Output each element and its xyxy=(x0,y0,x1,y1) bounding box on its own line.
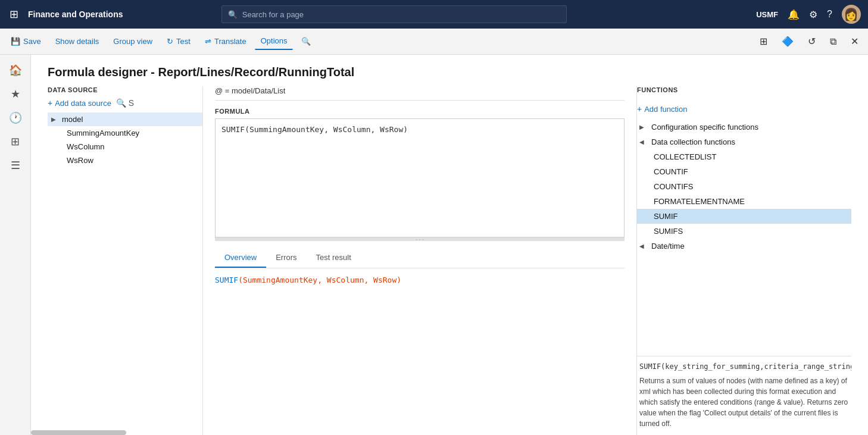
chevron-left-datetime-icon: ◀ xyxy=(639,243,648,249)
fn-item-sumif[interactable]: SUMIF xyxy=(637,209,851,224)
tab-overview[interactable]: Overview xyxy=(215,248,266,268)
panel-datasource: DATA SOURCE + Add data source 🔍 S ▶ mode… xyxy=(48,86,202,435)
fn-desc-text: Returns a sum of values of nodes (with n… xyxy=(639,375,849,429)
translate-icon: ⇌ xyxy=(205,37,211,46)
panel-functions: FUNCTIONS + Add function ▶ Configuration… xyxy=(637,86,851,435)
plus-icon-fn: + xyxy=(637,104,642,114)
bell-icon[interactable]: 🔔 xyxy=(788,9,800,20)
fn-item-countifs[interactable]: COUNTIFS xyxy=(637,179,851,194)
panel-formula: @ = model/Data/List FORMULA SUMIF(Summin… xyxy=(202,86,637,435)
overview-content: SUMIF(SummingAmountKey, WsColumn, WsRow) xyxy=(215,268,625,292)
translate-button[interactable]: ⇌ Translate xyxy=(199,33,252,49)
datasource-section-title: DATA SOURCE xyxy=(48,86,202,93)
top-bar-right: USMF 🔔 ⚙ ? 👩 xyxy=(756,5,861,24)
group-view-button[interactable]: Group view xyxy=(107,33,158,49)
functions-section-title: FUNCTIONS xyxy=(637,86,678,93)
fn-group-config-label: Configuration specific functions xyxy=(651,123,758,132)
page-title: Formula designer - Report/Lines/Record/R… xyxy=(48,65,851,79)
formula-editor[interactable]: SUMIF(SummingAmountKey, WsColumn, WsRow) xyxy=(215,118,625,237)
reload-icon[interactable]: ↺ xyxy=(803,32,820,51)
tab-errors[interactable]: Errors xyxy=(266,248,306,268)
options-button[interactable]: Options xyxy=(255,33,294,50)
toolbar-right: ⊞ 🔷 ↺ ⧉ ✕ xyxy=(755,32,863,51)
resize-handle[interactable]: · · · xyxy=(215,237,625,241)
horizontal-scrollbar[interactable] xyxy=(31,430,126,435)
toolbar: 💾 Save Show details Group view ↻ Test ⇌ … xyxy=(0,29,868,55)
main-area: Formula designer - Report/Lines/Record/R… xyxy=(31,55,868,435)
left-sidebar: 🏠 ★ 🕐 ⊞ ☰ xyxy=(0,55,31,435)
formula-label: FORMULA xyxy=(215,108,625,115)
fn-signature: SUMIF(key_string_for_summing,criteria_ra… xyxy=(639,362,849,371)
datasource-formula-line: @ = model/Data/List xyxy=(215,86,625,101)
tree-item-model[interactable]: ▶ model xyxy=(48,112,202,126)
fn-item-formatelementname[interactable]: FORMATELEMENTNAME xyxy=(637,194,851,209)
tab-test-result[interactable]: Test result xyxy=(307,248,361,268)
datasource-toolbar: + Add data source 🔍 S xyxy=(48,98,202,108)
tree-item-wsrow[interactable]: WsRow xyxy=(48,154,202,167)
save-button[interactable]: 💾 Save xyxy=(5,33,47,49)
org-label: USMF xyxy=(756,10,778,19)
chevron-right-config-icon: ▶ xyxy=(639,124,648,130)
designer-layout: DATA SOURCE + Add data source 🔍 S ▶ mode… xyxy=(31,86,868,435)
functions-header: FUNCTIONS xyxy=(637,86,851,98)
tree-item-summing[interactable]: SummingAmountKey xyxy=(48,126,202,140)
show-details-button[interactable]: Show details xyxy=(49,33,105,49)
settings-icon[interactable]: ⚙ xyxy=(809,9,817,20)
sidebar-item-recent[interactable]: 🕐 xyxy=(5,107,26,129)
tree-item-summing-label: SummingAmountKey xyxy=(67,129,139,137)
tree-item-wsrow-label: WsRow xyxy=(67,156,93,165)
top-bar: ⊞ Finance and Operations 🔍 Search for a … xyxy=(0,0,868,29)
help-icon[interactable]: ? xyxy=(827,9,832,20)
sidebar-item-favorites[interactable]: ★ xyxy=(5,83,26,105)
plus-icon: + xyxy=(48,98,52,108)
puzzle-icon[interactable]: 🔷 xyxy=(777,32,798,51)
fn-description: SUMIF(key_string_for_summing,criteria_ra… xyxy=(637,356,851,435)
external-link-icon[interactable]: ⧉ xyxy=(825,33,841,51)
tree-item-model-label: model xyxy=(62,115,83,124)
fn-group-datetime[interactable]: ◀ Date/time xyxy=(637,239,851,254)
test-button[interactable]: ↻ Test xyxy=(161,33,196,49)
search-toolbar-icon[interactable]: 🔍 xyxy=(295,33,317,49)
add-function-button[interactable]: + Add function xyxy=(637,104,687,114)
refresh-icon: ↻ xyxy=(167,37,173,46)
tree-item-wscolumn-label: WsColumn xyxy=(67,142,105,151)
fn-group-config[interactable]: ▶ Configuration specific functions xyxy=(637,120,851,134)
avatar[interactable]: 👩 xyxy=(842,5,861,24)
grid-icon[interactable]: ⊞ xyxy=(7,5,21,23)
fn-group-datacollection[interactable]: ◀ Data collection functions xyxy=(637,134,851,149)
search-icon: 🔍 xyxy=(228,10,238,19)
page-title-bar: Formula designer - Report/Lines/Record/R… xyxy=(31,55,868,86)
fn-item-countif[interactable]: COUNTIF xyxy=(637,164,851,179)
chevron-down-datacollection-icon: ◀ xyxy=(639,139,648,145)
fn-group-datacollection-label: Data collection functions xyxy=(651,137,735,146)
datasource-search-button[interactable]: 🔍 S xyxy=(116,98,134,108)
overview-formula: SUMIF(SummingAmountKey, WsColumn, WsRow) xyxy=(215,276,401,284)
sidebar-item-list[interactable]: ☰ xyxy=(5,155,26,176)
app-title: Finance and Operations xyxy=(28,10,123,19)
add-datasource-button[interactable]: + Add data source xyxy=(48,98,111,108)
save-icon: 💾 xyxy=(11,37,20,46)
sidebar-item-workspace[interactable]: ⊞ xyxy=(5,131,26,152)
fn-group-datetime-label: Date/time xyxy=(651,242,685,251)
close-button[interactable]: ✕ xyxy=(846,32,863,51)
tree-item-wscolumn[interactable]: WsColumn xyxy=(48,140,202,154)
sidebar-item-home[interactable]: 🏠 xyxy=(5,60,26,81)
fn-item-sumifs[interactable]: SUMIFS xyxy=(637,224,851,239)
functions-tree: ▶ Configuration specific functions ◀ Dat… xyxy=(637,120,851,356)
grid-view-icon[interactable]: ⊞ xyxy=(755,32,772,51)
search-bar[interactable]: 🔍 Search for a page xyxy=(221,5,567,23)
search-placeholder: Search for a page xyxy=(242,10,304,19)
fn-name-display: SUMIF xyxy=(215,276,238,284)
chevron-right-icon: ▶ xyxy=(51,116,58,123)
fn-item-collectedlist[interactable]: COLLECTEDLIST xyxy=(637,149,851,164)
tabs-bar: Overview Errors Test result xyxy=(215,248,625,268)
